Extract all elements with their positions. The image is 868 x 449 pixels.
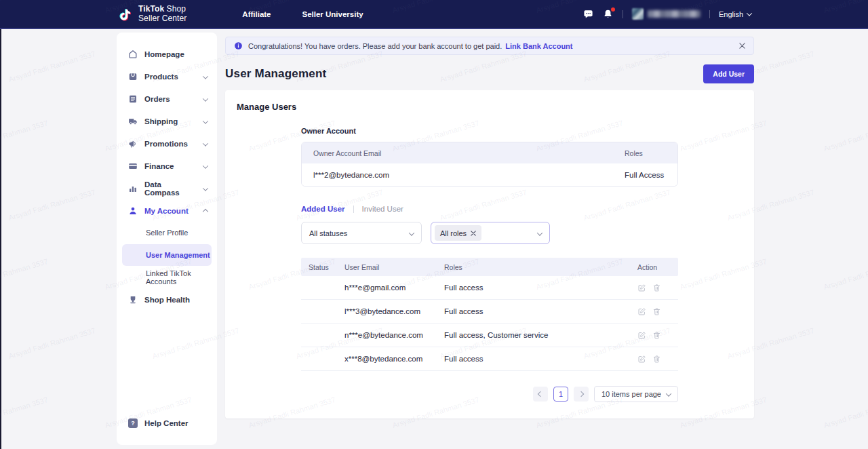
sidebar-item-label: Shipping xyxy=(144,117,178,125)
brand-subtitle: Seller Center xyxy=(138,14,186,23)
sidebar-item-orders[interactable]: Orders xyxy=(117,87,217,110)
roles-filter-select[interactable]: All roles xyxy=(431,222,550,244)
delete-icon[interactable] xyxy=(652,284,661,292)
shell: Homepage Products Orders Shipping Promot… xyxy=(0,29,868,445)
sidebar-subitem-label: Seller Profile xyxy=(146,229,188,237)
bar-chart-icon xyxy=(128,184,138,193)
edit-icon[interactable] xyxy=(637,284,646,292)
edit-icon[interactable] xyxy=(637,331,646,340)
sidebar-item-promotions[interactable]: Promotions xyxy=(117,132,217,155)
sidebar-item-label: Orders xyxy=(144,95,170,103)
table-row: h***e@gmail.com Full access xyxy=(301,276,678,300)
tab-invited-user[interactable]: Invited User xyxy=(362,205,403,213)
owner-roles-value: Full Access xyxy=(625,171,664,179)
delete-icon[interactable] xyxy=(652,307,661,316)
nav-link-seller-university[interactable]: Seller University xyxy=(302,10,363,18)
user-tabs: Added User Invited User xyxy=(301,205,678,213)
home-icon xyxy=(128,50,138,59)
user-roles: Full access xyxy=(444,307,637,315)
chevron-up-icon xyxy=(203,207,208,215)
divider xyxy=(623,10,623,18)
user-email: x***8@bytedance.com xyxy=(344,355,444,363)
sidebar-item-finance[interactable]: Finance xyxy=(117,155,217,177)
user-email: l***3@bytedance.com xyxy=(344,307,444,315)
page-title: User Management xyxy=(225,67,326,81)
brand-name-light: Shop xyxy=(167,4,186,14)
chevron-down-icon xyxy=(203,73,208,81)
sidebar-item-data-compass[interactable]: Data Compass xyxy=(117,177,217,199)
brand-logo[interactable]: TikTok Shop Seller Center xyxy=(119,5,186,23)
chevron-down-icon xyxy=(667,390,671,398)
sidebar-item-my-account[interactable]: My Account xyxy=(117,199,217,222)
notification-badge xyxy=(611,7,615,12)
topbar-right: English xyxy=(583,8,751,20)
chat-icon[interactable] xyxy=(583,9,594,20)
tab-added-user[interactable]: Added User xyxy=(301,205,345,213)
chevron-down-icon xyxy=(203,117,208,125)
brand-name-bold: TikTok xyxy=(138,4,164,14)
roles-column-header: Roles xyxy=(444,263,637,271)
notifications-bell-icon[interactable] xyxy=(603,9,614,20)
page-size-select[interactable]: 10 items per page xyxy=(594,386,678,402)
manage-users-card: Manage Users Owner Account Owner Account… xyxy=(225,90,754,418)
owner-roles-header: Roles xyxy=(625,149,643,157)
user-roles: Full access xyxy=(444,284,637,292)
language-selector[interactable]: English xyxy=(719,10,751,18)
main-content: Congratulations! You have orders. Please… xyxy=(225,33,754,418)
sidebar-subitem-user-management[interactable]: User Management xyxy=(122,244,212,266)
edit-icon[interactable] xyxy=(637,307,646,316)
orders-document-icon xyxy=(128,94,138,104)
sidebar-item-label: Help Center xyxy=(144,419,189,427)
sidebar-item-products[interactable]: Products xyxy=(117,65,217,87)
banner-close-icon[interactable] xyxy=(739,43,745,49)
chevron-down-icon xyxy=(747,10,752,16)
chevron-down-icon xyxy=(538,229,542,237)
account-menu[interactable] xyxy=(632,8,701,20)
current-page-button[interactable]: 1 xyxy=(553,387,568,402)
sidebar-item-shipping[interactable]: Shipping xyxy=(117,110,217,132)
users-table: Status User Email Roles Action h***e@gma… xyxy=(301,258,678,371)
link-bank-account-link[interactable]: Link Bank Account xyxy=(505,42,572,50)
add-user-button[interactable]: Add User xyxy=(703,64,754,83)
previous-page-button[interactable] xyxy=(533,387,548,402)
users-table-header: Status User Email Roles Action xyxy=(301,258,678,276)
card-title: Manage Users xyxy=(237,102,754,112)
action-column-header: Action xyxy=(637,263,678,271)
tag-remove-icon[interactable] xyxy=(471,231,476,236)
nav-link-affiliate[interactable]: Affiliate xyxy=(242,10,271,18)
email-column-header: User Email xyxy=(344,263,444,271)
table-row: l***3@bytedance.com Full access xyxy=(301,300,678,324)
roles-tag-label: All roles xyxy=(440,229,467,237)
sidebar-subitem-seller-profile[interactable]: Seller Profile xyxy=(117,222,217,243)
sidebar-item-label: Homepage xyxy=(144,50,184,58)
owner-email-header: Owner Account Email xyxy=(302,149,625,157)
status-filter-select[interactable]: All statuses xyxy=(301,222,422,244)
user-email: n***e@bytedance.com xyxy=(344,331,444,339)
card-content: Owner Account Owner Account Email Roles … xyxy=(301,127,678,402)
notification-banner: Congratulations! You have orders. Please… xyxy=(225,37,754,55)
sidebar-item-label: Finance xyxy=(144,162,174,170)
sidebar-item-help-center[interactable]: ? Help Center xyxy=(117,412,217,434)
sidebar-item-shop-health[interactable]: Shop Health xyxy=(117,288,217,311)
owner-account-label: Owner Account xyxy=(301,127,678,135)
edit-icon[interactable] xyxy=(637,355,646,364)
user-roles: Full access, Customer service xyxy=(444,331,637,339)
delete-icon[interactable] xyxy=(652,355,661,364)
sidebar-subitem-linked-tiktok-accounts[interactable]: Linked TikTok Accounts xyxy=(117,267,217,288)
sidebar-item-label: Data Compass xyxy=(144,180,197,197)
app: TikTok Shop Seller Center Affiliate Sell… xyxy=(0,0,868,449)
next-page-button[interactable] xyxy=(574,387,589,402)
sidebar-item-label: Shop Health xyxy=(144,296,190,304)
owner-email-value: l***2@bytedance.com xyxy=(302,171,625,179)
delete-icon[interactable] xyxy=(652,331,661,340)
question-mark-icon: ? xyxy=(128,418,138,428)
page-size-label: 10 items per page xyxy=(601,390,661,398)
chevron-left-icon xyxy=(538,391,543,397)
banner-message: Congratulations! You have orders. Please… xyxy=(248,42,502,50)
sidebar-item-homepage[interactable]: Homepage xyxy=(117,43,217,65)
sidebar-subitem-label: Linked TikTok Accounts xyxy=(146,269,217,286)
megaphone-icon xyxy=(128,139,138,149)
sidebar-item-label: Promotions xyxy=(144,140,188,148)
divider xyxy=(709,10,710,18)
chevron-down-icon xyxy=(203,162,208,170)
